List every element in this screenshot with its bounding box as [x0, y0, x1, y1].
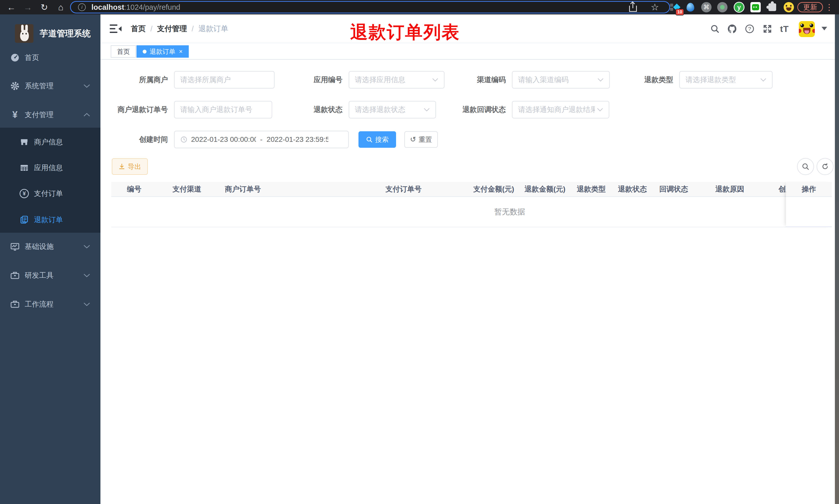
search-button[interactable]: 搜索	[358, 131, 396, 148]
avatar-dropdown-caret-icon[interactable]	[821, 27, 827, 33]
sidebar-item-refund-order[interactable]: 退款订单	[0, 206, 101, 233]
refund-type-select[interactable]: 请选择退款类型	[679, 71, 772, 89]
merchant-refund-no-input[interactable]: 请输入商户退款订单号	[174, 101, 272, 119]
chevron-down-icon	[84, 84, 90, 88]
filter-app: 应用编号 请选择应用信息	[274, 71, 445, 89]
site-info-icon[interactable]: i	[78, 3, 86, 11]
share-icon[interactable]	[629, 3, 637, 12]
extension-proxy-icon[interactable]: 10	[667, 0, 682, 14]
app-logo[interactable]: 芋道管理系统	[0, 21, 101, 46]
tab-refund-order[interactable]: 退款订单 ×	[137, 45, 189, 58]
col-refund-amount: 退款金额(元)	[524, 184, 577, 194]
url-bar[interactable]: i localhost:1024/pay/refund ☆	[70, 1, 670, 13]
url-text[interactable]: localhost:1024/pay/refund	[91, 3, 180, 12]
col-merchant-order-no: 商户订单号	[225, 184, 386, 194]
gear-icon	[9, 82, 21, 91]
briefcase-icon	[9, 271, 21, 280]
fullscreen-icon[interactable]	[759, 14, 775, 43]
url-path: :1024/pay/refund	[124, 3, 180, 11]
sidebar-item-dev-tools[interactable]: 研发工具	[0, 262, 101, 289]
chevron-down-icon	[432, 78, 438, 82]
chevron-down-icon	[760, 78, 766, 82]
filter-merchant: 所属商户 请选择所属商户	[111, 71, 274, 89]
font-size-icon[interactable]: tT	[776, 14, 793, 43]
top-navbar: 首页 / 支付管理 / 退款订单 ? tT	[101, 14, 839, 43]
sidebar: 芋道管理系统 首页 系统管理 ¥ 支付管理 商户信息 应用信息	[0, 14, 101, 504]
chevron-down-icon	[84, 273, 90, 277]
extension-y-icon[interactable]: y	[732, 0, 746, 14]
profile-emoji-icon[interactable]	[782, 0, 796, 14]
sidebar-item-system[interactable]: 系统管理	[0, 73, 101, 100]
show-search-toggle-button[interactable]	[797, 158, 814, 175]
shop-icon	[19, 138, 30, 146]
browser-forward-icon[interactable]: →	[22, 1, 34, 13]
app-select[interactable]: 请选择应用信息	[349, 71, 445, 89]
refresh-table-button[interactable]	[817, 158, 834, 175]
channel-select[interactable]: 请输入渠道编码	[512, 71, 610, 89]
sidebar-item-pay[interactable]: ¥ 支付管理	[0, 102, 101, 128]
table-empty-body: 暂无数据	[111, 197, 832, 227]
sidebar-item-workflow[interactable]: 工作流程	[0, 291, 101, 318]
date-start-value[interactable]: 2022-01-23 00:00:00	[191, 136, 256, 144]
tab-close-icon[interactable]: ×	[179, 48, 183, 55]
chevron-up-icon	[84, 113, 90, 117]
browser-chrome: ← → ↻ ⌂ i localhost:1024/pay/refund ☆ 10…	[0, 0, 839, 14]
sidebar-toggle-icon[interactable]	[110, 24, 122, 34]
tags-view-bar: 首页 退款订单 ×	[101, 43, 839, 60]
user-avatar[interactable]	[799, 21, 815, 37]
extension-balloon-icon[interactable]	[683, 0, 698, 14]
chevron-down-icon	[597, 108, 603, 111]
extensions-puzzle-icon[interactable]	[765, 0, 780, 14]
extension-command-icon[interactable]: ⌘	[699, 0, 714, 14]
github-icon[interactable]	[724, 14, 740, 43]
notify-status-select[interactable]: 请选择通知商户退款结果	[512, 101, 609, 119]
breadcrumb-home[interactable]: 首页	[131, 24, 146, 34]
extension-wechat-icon[interactable]	[748, 0, 763, 14]
breadcrumb-pay[interactable]: 支付管理	[157, 24, 187, 34]
filter-create-time: 创建时间 2022-01-23 00:00:00 - 2022-01-23 23…	[111, 131, 349, 148]
col-callback-status: 回调状态	[659, 184, 715, 194]
extension-recorder-icon[interactable]	[715, 0, 730, 14]
download-icon	[119, 163, 125, 170]
col-refund-status: 退款状态	[618, 184, 659, 194]
scrollbar[interactable]	[835, 14, 839, 504]
browser-menu-icon[interactable]: ⋮	[823, 1, 835, 13]
help-icon[interactable]: ?	[742, 14, 758, 43]
col-refund-type: 退款类型	[577, 184, 618, 194]
dashboard-icon	[9, 53, 21, 62]
sidebar-item-home[interactable]: 首页	[0, 44, 101, 71]
sidebar-item-infra[interactable]: 基础设施	[0, 233, 101, 260]
chevron-down-icon	[424, 108, 430, 111]
col-pay-order-no: 支付订单号	[386, 184, 473, 194]
browser-home-icon[interactable]: ⌂	[55, 1, 67, 13]
col-id: 编号	[127, 184, 173, 194]
svg-text:?: ?	[748, 26, 751, 32]
bookmark-star-icon[interactable]: ☆	[651, 2, 659, 13]
sidebar-item-pay-order[interactable]: ¥ 支付订单	[0, 180, 101, 207]
browser-reload-icon[interactable]: ↻	[38, 1, 51, 13]
breadcrumb-current: 退款订单	[198, 24, 228, 34]
browser-update-button[interactable]: 更新	[797, 2, 823, 12]
fixed-action-column: 操作	[786, 182, 832, 227]
merchant-select[interactable]: 请选择所属商户	[174, 71, 274, 89]
extension-badge: 10	[676, 9, 684, 15]
annotation-title: 退款订单列表	[350, 21, 460, 44]
refund-status-select[interactable]: 请选择退款状态	[349, 101, 436, 119]
filter-refund-type: 退款类型 请选择退款类型	[610, 71, 772, 89]
header-search-icon[interactable]	[707, 14, 723, 43]
sidebar-item-app-info[interactable]: 应用信息	[0, 155, 101, 181]
sidebar-item-merchant-info[interactable]: 商户信息	[0, 129, 101, 156]
app-title: 芋道管理系统	[40, 28, 91, 39]
filter-channel: 渠道编码 请输入渠道编码	[445, 71, 610, 89]
reset-button[interactable]: ↺ 重置	[404, 131, 438, 148]
yen-icon: ¥	[9, 109, 21, 120]
date-end-value[interactable]: 2022-01-23 23:59:59	[267, 136, 328, 144]
tab-home[interactable]: 首页	[111, 45, 136, 58]
export-button[interactable]: 导出	[112, 158, 148, 175]
chevron-down-icon	[84, 302, 90, 306]
date-range-picker[interactable]: 2022-01-23 00:00:00 - 2022-01-23 23:59:5…	[174, 131, 349, 148]
chevron-down-icon	[84, 245, 90, 249]
active-tab-dot	[143, 50, 146, 54]
refresh-icon: ↺	[410, 136, 416, 143]
browser-back-icon[interactable]: ←	[5, 1, 18, 13]
